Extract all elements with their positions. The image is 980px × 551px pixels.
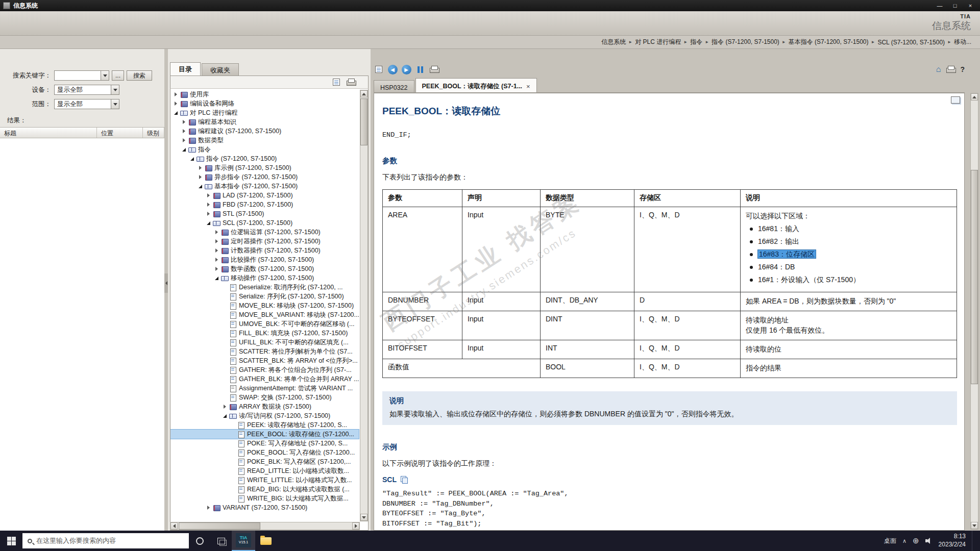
task-view-button[interactable] bbox=[210, 531, 232, 551]
tree-item[interactable]: 移动操作 (S7-1200, S7-1500) bbox=[170, 273, 359, 283]
tree-item[interactable]: 比较操作 (S7-1200, S7-1500) bbox=[170, 255, 359, 264]
collapse-node-icon[interactable] bbox=[222, 414, 228, 418]
pause-icon[interactable] bbox=[415, 64, 425, 74]
tree-item[interactable]: 对 PLC 进行编程 bbox=[170, 108, 359, 117]
tree-item[interactable]: 编程基本知识 bbox=[170, 117, 359, 127]
search-keyword-input[interactable] bbox=[54, 70, 109, 81]
desktop-toolbar-label[interactable]: 桌面 bbox=[884, 537, 896, 545]
scroll-up-icon[interactable] bbox=[971, 93, 978, 101]
tree-tab[interactable]: 收藏夹 bbox=[202, 63, 239, 76]
volume-icon[interactable] bbox=[925, 538, 933, 544]
scroll-thumb[interactable] bbox=[971, 170, 978, 384]
breadcrumb-item[interactable]: 基本指令 (S7-1200, S7-1500) bbox=[789, 38, 869, 46]
tree-item[interactable]: 基本指令 (S7-1200, S7-1500) bbox=[170, 182, 359, 191]
collapse-panel-icon[interactable] bbox=[164, 273, 168, 293]
tree-item[interactable]: FBD (S7-1200, S7-1500) bbox=[170, 200, 359, 209]
file-explorer-button[interactable] bbox=[255, 531, 277, 551]
panel-splitter[interactable] bbox=[164, 49, 168, 531]
tree-item[interactable]: ARRAY 数据块 (S7-1500) bbox=[170, 402, 359, 411]
collapse-node-icon[interactable] bbox=[197, 185, 204, 188]
tree-item[interactable]: SWAP: 交换 (S7-1200, S7-1500) bbox=[170, 393, 359, 402]
show-desktop-button[interactable] bbox=[972, 531, 975, 551]
device-select[interactable]: 显示全部 bbox=[54, 85, 119, 95]
help-icon[interactable]: ? bbox=[960, 65, 965, 73]
tree-item[interactable]: 定时器操作 (S7-1200, S7-1500) bbox=[170, 237, 359, 246]
tree-item[interactable]: WRITE_LITTLE: 以小端格式写入数... bbox=[170, 475, 359, 485]
close-tab-icon[interactable]: × bbox=[526, 83, 530, 90]
sync-topic-icon[interactable] bbox=[331, 77, 341, 87]
tree-horizontal-scrollbar[interactable] bbox=[170, 522, 360, 530]
tree-item[interactable]: GATHER_BLK: 将单个位合并到 ARRAY ... bbox=[170, 374, 359, 384]
scroll-right-icon[interactable] bbox=[352, 522, 359, 530]
scroll-thumb[interactable] bbox=[360, 98, 368, 145]
tree-item[interactable]: UMOVE_BLK: 不可中断的存储区移动 (... bbox=[170, 319, 359, 329]
back-icon[interactable]: ◀ bbox=[387, 64, 398, 74]
print-icon[interactable] bbox=[945, 64, 955, 74]
tree-item[interactable]: 数据类型 bbox=[170, 136, 359, 145]
scroll-up-icon[interactable] bbox=[360, 90, 368, 97]
minimize-button[interactable]: — bbox=[933, 2, 946, 10]
tree-item[interactable]: GATHER: 将各个位组合为位序列 (S7-... bbox=[170, 365, 359, 374]
tree-item[interactable]: STL (S7-1500) bbox=[170, 209, 359, 218]
tree-item[interactable]: 计数器操作 (S7-1200, S7-1500) bbox=[170, 246, 359, 255]
tree-item[interactable]: Deserialize: 取消序列化 (S7-1200, ... bbox=[170, 283, 359, 292]
tree-item[interactable]: 异步指令 (S7-1200, S7-1500) bbox=[170, 172, 359, 182]
tree-item[interactable]: SCL (S7-1200, S7-1500) bbox=[170, 218, 359, 228]
scope-dropdown-icon[interactable] bbox=[111, 99, 119, 109]
browse-button[interactable]: ... bbox=[112, 70, 124, 81]
tree-item[interactable]: POKE: 写入存储地址 (S7-1200, S... bbox=[170, 439, 359, 448]
document-tab[interactable]: HSP0322 bbox=[374, 80, 414, 92]
breadcrumb-item[interactable]: 指令 (S7-1200, S7-1500) bbox=[712, 38, 779, 46]
device-dropdown-icon[interactable] bbox=[111, 85, 119, 94]
tree-item[interactable]: LAD (S7-1200, S7-1500) bbox=[170, 191, 359, 200]
expand-node-icon[interactable] bbox=[205, 212, 212, 216]
expand-node-icon[interactable] bbox=[181, 138, 187, 142]
tree-item[interactable]: 库示例 (S7-1200, S7-1500) bbox=[170, 163, 359, 172]
tree-item[interactable]: FILL_BLK: 填充块 (S7-1200, S7-1500) bbox=[170, 329, 359, 338]
breadcrumb-item[interactable]: 对 PLC 进行编程 bbox=[635, 38, 681, 46]
tree-item[interactable]: PEEK_BOOL: 读取存储位 (S7-1200... bbox=[170, 430, 359, 439]
home-icon[interactable]: ⌂ bbox=[936, 65, 941, 74]
expand-node-icon[interactable] bbox=[181, 120, 187, 124]
scroll-down-icon[interactable] bbox=[360, 514, 368, 521]
tree-tab[interactable]: 目录 bbox=[170, 62, 201, 76]
expand-node-icon[interactable] bbox=[173, 92, 179, 96]
close-button[interactable]: × bbox=[964, 2, 977, 10]
tree-item[interactable]: PEEK: 读取存储地址 (S7-1200, S... bbox=[170, 420, 359, 430]
tree-item[interactable]: UFILL_BLK: 不可中断的存储区填充 (... bbox=[170, 338, 359, 347]
collapse-node-icon[interactable] bbox=[189, 157, 195, 161]
tree-item[interactable]: Serialize: 序列化 (S7-1200, S7-1500) bbox=[170, 292, 359, 301]
tree-item[interactable]: MOVE_BLK: 移动块 (S7-1200, S7-1500) bbox=[170, 301, 359, 310]
locate-in-contents-icon[interactable] bbox=[374, 64, 384, 74]
expand-node-icon[interactable] bbox=[181, 129, 187, 133]
print-toc-icon[interactable] bbox=[346, 77, 356, 87]
expand-node-icon[interactable] bbox=[173, 102, 179, 106]
search-button[interactable]: 搜索 bbox=[127, 70, 152, 81]
expand-node-icon[interactable] bbox=[205, 203, 212, 207]
expand-node-icon[interactable] bbox=[213, 248, 220, 253]
tree-item[interactable]: 使用库 bbox=[170, 90, 359, 99]
results-list[interactable] bbox=[0, 138, 164, 531]
tree-vertical-scrollbar[interactable] bbox=[360, 90, 368, 521]
collapse-node-icon[interactable] bbox=[181, 148, 187, 152]
tree-item[interactable]: 编辑设备和网络 bbox=[170, 99, 359, 108]
tree-item[interactable]: 编程建议 (S7-1200, S7-1500) bbox=[170, 127, 359, 136]
copy-code-icon[interactable] bbox=[401, 476, 407, 483]
tia-portal-taskbar-button[interactable]: TIAV15.1 bbox=[232, 531, 255, 551]
maximize-button[interactable]: □ bbox=[948, 2, 962, 10]
expand-node-icon[interactable] bbox=[205, 506, 212, 510]
tree-item[interactable]: 位逻辑运算 (S7-1200, S7-1500) bbox=[170, 228, 359, 237]
breadcrumb-item[interactable]: SCL (S7-1200, S7-1500) bbox=[877, 39, 945, 46]
tree-item[interactable]: READ_BIG: 以大端格式读取数据 (... bbox=[170, 485, 359, 494]
collapse-node-icon[interactable] bbox=[205, 221, 212, 225]
forward-icon[interactable]: ▶ bbox=[401, 64, 411, 74]
expand-node-icon[interactable] bbox=[222, 405, 228, 409]
keyword-dropdown-icon[interactable] bbox=[101, 71, 109, 80]
expand-node-icon[interactable] bbox=[205, 193, 212, 197]
tree-item[interactable]: POKE_BLK: 写入存储区 (S7-1200,... bbox=[170, 457, 359, 466]
tree-item[interactable]: 读/写访问权 (S7-1200, S7-1500) bbox=[170, 411, 359, 420]
expand-node-icon[interactable] bbox=[213, 258, 220, 262]
tree-item[interactable]: VARIANT (S7-1200, S7-1500) bbox=[170, 503, 359, 512]
tree-item[interactable]: 数学函数 (S7-1200, S7-1500) bbox=[170, 264, 359, 273]
start-button[interactable] bbox=[0, 531, 22, 551]
